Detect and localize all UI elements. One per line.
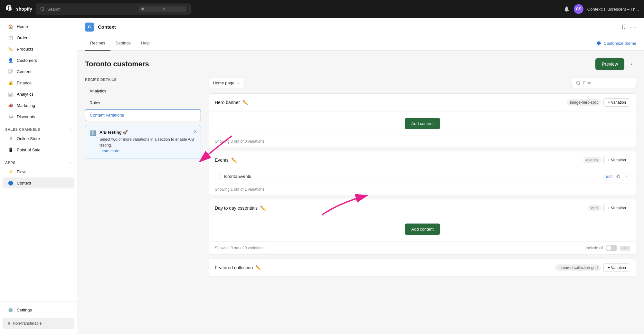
tab-settings[interactable]: Settings xyxy=(110,36,136,51)
right-panel: Home page Find Hero banner xyxy=(209,78,636,281)
sidebar-item-content[interactable]: 📝 Content xyxy=(3,66,74,77)
app-header: C Context ⋯ xyxy=(77,18,644,36)
day-to-day-add-content-button[interactable]: Add content xyxy=(405,224,440,235)
apps-chevron-icon: › xyxy=(71,161,72,165)
sidebar-item-finance[interactable]: 💰 Finance xyxy=(3,77,74,88)
shopify-wordmark: shopify xyxy=(16,6,32,12)
featured-collection-edit-icon[interactable]: ✏️ xyxy=(255,265,261,270)
sidebar-item-products[interactable]: 🏷️ Products xyxy=(3,43,74,54)
sidebar-item-point-of-sale[interactable]: 📱 Point of Sale xyxy=(3,144,74,155)
context-app-icon: 🔵 xyxy=(8,180,14,186)
learn-more-link[interactable]: Learn more xyxy=(99,149,119,153)
sidebar-item-discounts[interactable]: 🏷 Discounts xyxy=(3,111,74,122)
toggle-knob xyxy=(606,245,611,251)
search-placeholder: Search xyxy=(47,7,91,12)
info-icon: ℹ️ xyxy=(90,130,96,136)
topbar-right: CS Context: Fluorescent – Th... xyxy=(564,4,639,14)
tab-recipes[interactable]: Recipes xyxy=(85,36,110,51)
nav-item-rules[interactable]: Rules xyxy=(85,97,201,109)
toronto-events-label: Toronto Events xyxy=(223,174,602,179)
toggle-off-label: OFF xyxy=(620,246,630,251)
orders-icon: 📋 xyxy=(8,35,14,41)
hero-banner-variation-button[interactable]: + Variation xyxy=(603,98,630,107)
bell-icon[interactable] xyxy=(564,6,570,12)
products-icon: 🏷️ xyxy=(8,46,14,52)
day-to-day-edit-icon[interactable]: ✏️ xyxy=(260,205,266,211)
page-title: Toronto customers xyxy=(85,60,149,68)
sidebar-item-settings[interactable]: ⚙️ Settings xyxy=(3,304,74,315)
page-more-button[interactable]: ⋮ xyxy=(627,59,636,69)
hero-banner-add-content-button[interactable]: Add content xyxy=(405,118,440,129)
events-edit-icon[interactable]: ✏️ xyxy=(231,157,237,163)
two-col-layout: RECIPE DETAILS Analytics Rules Content V… xyxy=(85,78,636,281)
hero-banner-body: Add content xyxy=(209,111,636,136)
context-label: Context: Fluorescent – Th... xyxy=(587,7,639,12)
more-options-icon[interactable]: ⋯ xyxy=(630,23,636,31)
tab-help[interactable]: Help xyxy=(136,36,155,51)
preview-button[interactable]: Preview xyxy=(595,58,624,70)
app-name: Context xyxy=(98,24,116,30)
include-all-toggle[interactable] xyxy=(606,245,617,251)
page-header: Toronto customers Preview ⋮ xyxy=(85,58,636,70)
hero-banner-showing-text: Showing 0 out of 0 variations xyxy=(209,136,636,147)
sidebar-item-home[interactable]: 🏠 Home xyxy=(3,21,74,32)
sidebar-item-marketing[interactable]: 📣 Marketing xyxy=(3,100,74,111)
settings-icon: ⚙️ xyxy=(8,307,14,313)
nav-item-content-variations[interactable]: Content Variations xyxy=(85,109,201,121)
customize-theme-label: Customize theme xyxy=(604,41,636,46)
main-content: C Context ⋯ Recipes Settings Help Custom… xyxy=(77,18,644,334)
sidebar-item-context[interactable]: 🔵 Context xyxy=(3,177,74,188)
events-variation-button[interactable]: + Variation xyxy=(603,156,630,164)
toronto-events-edit-link[interactable]: Edit xyxy=(606,174,612,179)
non-transferable-badge: Non-transferable xyxy=(3,318,74,329)
info-description: Select two or more variations in a secti… xyxy=(99,137,196,154)
find-input[interactable]: Find xyxy=(572,78,636,88)
app-tabs: Recipes Settings Help Customize theme xyxy=(77,36,644,51)
section-hero-banner: Hero banner ✏️ image-hero-split + Variat… xyxy=(209,93,636,147)
hero-banner-edit-icon[interactable]: ✏️ xyxy=(242,100,248,105)
pos-icon: 📱 xyxy=(8,147,14,153)
copy-icon xyxy=(616,174,620,178)
search-shortcut: ⌘ K xyxy=(139,6,186,12)
sidebar-item-orders[interactable]: 📋 Orders xyxy=(3,32,74,43)
toronto-events-copy-button[interactable] xyxy=(614,172,621,180)
toronto-events-row: Toronto Events Edit ⋮ xyxy=(209,169,636,184)
home-icon: 🏠 xyxy=(8,24,14,29)
section-featured-collection-header: Featured collection ✏️ featured-collecti… xyxy=(209,259,636,277)
info-close-button[interactable]: × xyxy=(193,129,197,135)
sidebar-item-analytics[interactable]: 📊 Analytics xyxy=(3,89,74,100)
featured-collection-variation-button[interactable]: + Variation xyxy=(603,263,630,272)
day-to-day-tag: grid xyxy=(588,205,601,211)
section-events: Events ✏️ events + Variation Toronto Eve… xyxy=(209,151,636,195)
shopify-logo[interactable]: shopify xyxy=(5,5,32,14)
sidebar-item-flow[interactable]: ⚡ Flow xyxy=(3,166,74,177)
avatar[interactable]: CS xyxy=(574,4,583,14)
recipe-details-label: RECIPE DETAILS xyxy=(85,78,201,81)
non-transferable-dot xyxy=(8,322,10,325)
nav-item-analytics[interactable]: Analytics xyxy=(85,85,201,97)
info-title: A/B testing 🚀 xyxy=(99,130,196,135)
app-icon: C xyxy=(85,23,94,32)
content-icon: 📝 xyxy=(8,69,14,74)
sidebar: 🏠 Home 📋 Orders 🏷️ Products 👤 Customers … xyxy=(0,18,77,334)
toronto-events-more-button[interactable]: ⋮ xyxy=(623,173,630,180)
sales-channels-header: Sales channels › xyxy=(0,122,77,133)
events-tag: events xyxy=(583,157,601,163)
select-chevron-icon xyxy=(236,81,240,85)
sidebar-item-online-store[interactable]: 🖥 Online Store xyxy=(3,133,74,144)
toronto-events-checkbox[interactable] xyxy=(215,174,220,179)
marketing-icon: 📣 xyxy=(8,102,14,108)
customize-theme-button[interactable]: Customize theme xyxy=(597,39,636,48)
featured-collection-tag: featured-collection-grid xyxy=(555,264,601,271)
bookmark-icon[interactable] xyxy=(621,24,627,30)
search-bar[interactable]: Search ⌘ K xyxy=(36,4,191,14)
day-to-day-variation-button[interactable]: + Variation xyxy=(603,204,630,212)
sidebar-item-customers[interactable]: 👤 Customers xyxy=(3,55,74,66)
app-layout: 🏠 Home 📋 Orders 🏷️ Products 👤 Customers … xyxy=(0,18,644,334)
section-events-header: Events ✏️ events + Variation xyxy=(209,151,636,169)
apps-header: Apps › xyxy=(0,156,77,166)
find-search-icon xyxy=(576,81,581,85)
finance-icon: 💰 xyxy=(8,80,14,86)
page-select[interactable]: Home page xyxy=(209,78,244,88)
online-store-icon: 🖥 xyxy=(8,136,14,141)
